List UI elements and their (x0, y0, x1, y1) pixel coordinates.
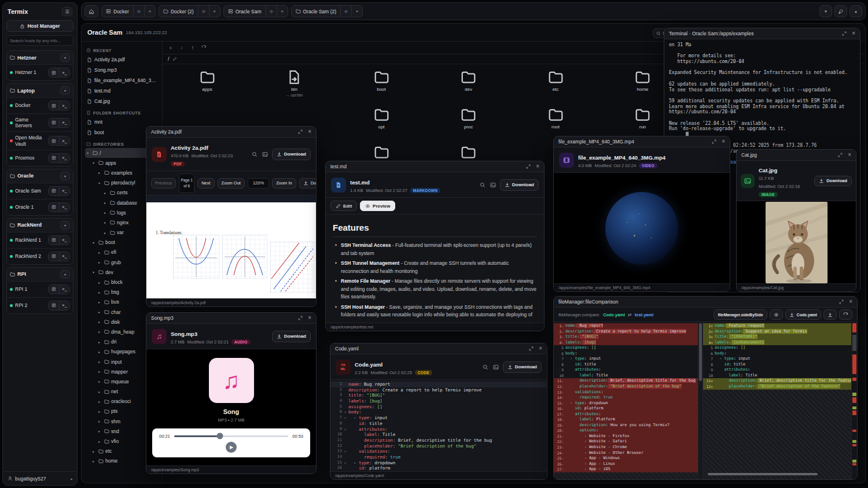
terminal-button[interactable]: >_ (59, 187, 69, 195)
collapse-group-button[interactable]: ▾ (60, 270, 70, 279)
expand-icon[interactable] (839, 300, 844, 304)
tab-close-icon[interactable]: × (209, 5, 220, 17)
window-titlebar[interactable]: Code.yaml × (330, 343, 547, 354)
markdown-preview[interactable]: Features SSH Terminal Access - Full-feat… (326, 215, 544, 323)
host-game-servers[interactable]: Game Servers>_ (7, 113, 73, 131)
terminal-button[interactable]: >_ (59, 136, 69, 145)
toggle-view-button[interactable] (770, 309, 783, 320)
window-titlebar[interactable]: Cat.jpg × (737, 150, 856, 161)
image-mode-icon[interactable] (262, 151, 268, 157)
tab-split-icon[interactable] (198, 5, 209, 17)
expand-icon[interactable] (838, 153, 843, 157)
download-button[interactable]: Download (503, 361, 542, 373)
file-manager-button[interactable] (49, 136, 59, 145)
download-button[interactable]: Download (500, 179, 539, 191)
download-button[interactable]: Download (814, 176, 852, 186)
chevron-up-button[interactable]: ▴ (849, 5, 862, 17)
expand-icon[interactable] (298, 130, 303, 134)
chevron-down-button[interactable]: ▾ (819, 5, 832, 17)
paint-icon[interactable] (834, 5, 847, 17)
close-icon[interactable]: × (848, 152, 851, 158)
tab-oracle-sam-2[interactable]: Oracle Sam (2)× (291, 5, 363, 17)
window-titlebar[interactable]: file_example_MP4_640_3MG.mp4 × (554, 136, 730, 147)
close-icon[interactable]: × (308, 129, 311, 135)
collapse-group-button[interactable]: ▾ (60, 221, 70, 230)
grid-item-apps[interactable]: apps (164, 69, 251, 92)
diff-scrollbar[interactable] (698, 322, 703, 479)
collapse-group-button[interactable]: ▾ (60, 172, 70, 180)
terminal-button[interactable]: >_ (59, 68, 69, 77)
terminal-button[interactable]: >_ (59, 236, 69, 245)
recent-song-mp3[interactable]: Song.mp3 (85, 65, 159, 75)
tab-docker-2[interactable]: Docker (2)× (159, 5, 220, 17)
search-icon[interactable] (483, 364, 488, 370)
expand-icon[interactable] (298, 316, 303, 320)
group-header-laptop[interactable]: Laptop▾ (7, 84, 73, 97)
terminal-button[interactable]: >_ (59, 154, 69, 162)
tab-split-icon[interactable] (133, 5, 144, 17)
play-button[interactable]: ▶ (226, 442, 237, 453)
terminal-button[interactable]: >_ (59, 252, 69, 261)
host-manager-button[interactable]: Host Manager (6, 20, 73, 32)
file-manager-button[interactable] (49, 119, 59, 127)
grid-item-boot[interactable]: boot (338, 69, 425, 92)
image-mode-icon[interactable] (490, 182, 496, 188)
back-button[interactable]: ‹ (166, 43, 175, 53)
pdf-page[interactable]: 1. Translations: (146, 195, 316, 298)
file-manager-button[interactable] (49, 154, 59, 162)
tab-oracle-sam[interactable]: Oracle Sam× (223, 5, 288, 17)
edit-tab[interactable]: Edit (330, 201, 357, 211)
terminal-button[interactable]: >_ (59, 119, 69, 127)
host-rpi-2[interactable]: RPI 2>_ (7, 297, 73, 313)
host-hetzner-1[interactable]: Hetzner 1>_ (7, 64, 73, 80)
collapse-group-button[interactable]: ▾ (60, 86, 70, 95)
grid-item-etc[interactable]: etc (512, 69, 599, 92)
window-titlebar[interactable]: test.md × (326, 161, 544, 172)
preview-tab[interactable]: Preview (360, 201, 395, 211)
recent-cat-jpg[interactable]: Cat.jpg (85, 96, 159, 106)
grid-item-root[interactable]: root (512, 107, 599, 130)
zoom-in-button[interactable]: Zoom In (272, 178, 296, 188)
terminal-button[interactable]: >_ (59, 285, 69, 294)
shortcut-mnt[interactable]: mnt (85, 117, 159, 127)
expand-icon[interactable] (526, 164, 531, 169)
tab-close-icon[interactable]: × (277, 5, 288, 17)
diff-right-pane[interactable]: 1+name: Feature request2+description: Su… (703, 322, 851, 479)
side-by-side-button[interactable]: fileManager.sideBySide (713, 309, 767, 320)
host-proxmox[interactable]: Proxmox>_ (7, 150, 73, 166)
group-header-racknerd[interactable]: RackNerd▾ (7, 219, 73, 232)
swap-icon[interactable]: ⇄ (628, 312, 632, 317)
video-frame[interactable] (554, 173, 730, 283)
close-icon[interactable]: × (536, 164, 539, 169)
host-docker[interactable]: Docker>_ (7, 97, 73, 113)
image-mode-icon[interactable] (493, 364, 499, 370)
download-right-button[interactable] (823, 309, 837, 320)
tab-split-icon[interactable] (340, 5, 351, 17)
close-icon[interactable]: × (849, 299, 852, 305)
window-titlebar[interactable]: fileManager:fileComparison × (554, 297, 857, 308)
download-button[interactable]: Download (272, 149, 311, 160)
terminal-button[interactable]: >_ (59, 203, 69, 212)
diff-left-pane[interactable]: 1-name: Bug report2-description: Create … (554, 322, 698, 479)
file-manager-button[interactable] (49, 187, 59, 195)
up-button[interactable]: ↑ (188, 43, 197, 53)
grid-item-dev[interactable]: dev (425, 69, 512, 92)
tab-split-icon[interactable] (266, 5, 277, 17)
search-icon[interactable] (252, 151, 258, 157)
host-rpi-1[interactable]: RPI 1>_ (7, 281, 73, 297)
refresh-button[interactable] (199, 43, 208, 53)
window-titlebar[interactable]: Song.mp3 × (146, 313, 316, 324)
forward-button[interactable]: › (177, 43, 186, 53)
close-icon[interactable]: × (539, 346, 542, 352)
terminal-button[interactable]: >_ (59, 101, 69, 110)
host-oracle-1[interactable]: Oracle 1>_ (7, 199, 73, 215)
window-titlebar[interactable]: Terminal · Oracle Sam:/apps/examples × (664, 28, 860, 39)
code-editor[interactable]: 1name: Bug report2description: Create a … (330, 380, 547, 471)
grid-item-bin[interactable]: bin→ usr/bin (251, 69, 338, 97)
user-menu[interactable]: bugattiguy527 ▴ (3, 471, 77, 485)
home-button[interactable] (84, 5, 98, 17)
host-search-input[interactable]: Search hosts by any info... (6, 35, 73, 46)
recent-file-example-mp4-640-3mg[interactable]: file_example_MP4_640_3MG... (85, 75, 159, 86)
file-manager-button[interactable] (49, 301, 59, 310)
scrollbar-thumb[interactable] (699, 323, 702, 381)
